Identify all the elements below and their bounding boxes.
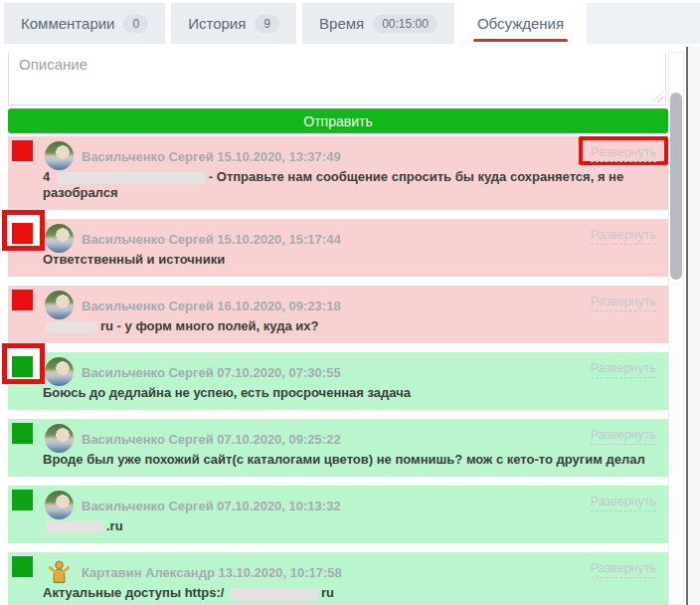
tab-history[interactable]: История 9 [171, 3, 296, 44]
message-line: ru - у форм много полей, куда их? [43, 318, 654, 334]
avatar [45, 224, 74, 253]
tab-discussions[interactable]: Обсуждения [460, 3, 581, 44]
comment-datetime: 15.10.2020, 13:37:49 [217, 149, 340, 164]
status-square [12, 356, 33, 377]
comment-author: Картавин Александр [82, 565, 218, 580]
comment-author: Васильченко Сергей [82, 432, 217, 447]
tab-comments-count-badge: 0 [123, 15, 148, 33]
comment-datetime: 07.10.2020, 07:30:55 [217, 365, 340, 380]
tab-bar: Комментарии 0 История 9 Время 00:15:00 О… [0, 0, 700, 47]
comment-datetime: 07.10.2020, 09:25:22 [217, 432, 340, 447]
tab-time-label: Время [319, 15, 364, 32]
scrollbar-track[interactable] [668, 52, 684, 605]
comment-message: Ответственный и источники [43, 252, 654, 268]
expand-link[interactable]: Развернуть [591, 428, 656, 445]
status-square [12, 556, 33, 577]
expand-link[interactable]: Развернуть [591, 495, 656, 511]
avatar [45, 357, 74, 386]
avatar [45, 141, 74, 170]
message-text: Актуальные доступы https:/ [43, 585, 228, 600]
comment-author: Васильченко Сергей [82, 365, 217, 380]
redacted-text [231, 588, 318, 600]
comment-list: Васильченко Сергей 15.10.2020, 13:37:49 … [8, 136, 668, 605]
tab-discussions-label: Обсуждения [477, 15, 564, 32]
avatar [45, 491, 74, 519]
message-text: Вроде был уже похожий сайт(с каталогами … [43, 452, 645, 467]
comment-datetime: 13.10.2020, 10:17:58 [218, 565, 341, 580]
message-text: .ru [106, 518, 123, 533]
avatar [45, 557, 74, 586]
comment-author: Васильченко Сергей [82, 299, 217, 313]
tab-time-value-badge: 00:15:00 [373, 15, 438, 33]
message-line: Ответственный и источники [43, 252, 654, 268]
avatar [45, 291, 74, 319]
comment-author: Васильченко Сергей [82, 232, 217, 247]
tab-history-label: История [188, 15, 246, 32]
redacted-text [46, 321, 97, 333]
message-text: Боюсь до дедлайна не успею, есть просроч… [43, 385, 411, 400]
comment-row: Васильченко Сергей 16.10.2020, 09:23:18 … [8, 286, 668, 343]
message-input-placeholder: Описание [19, 56, 88, 73]
status-square [12, 223, 33, 244]
comment-message: Боюсь до дедлайна не успею, есть просроч… [43, 385, 654, 401]
tab-comments-label: Комментарии [21, 15, 114, 32]
comment-message: ru - у форм много полей, куда их? [43, 318, 654, 334]
comment-datetime: 16.10.2020, 09:23:18 [217, 299, 340, 313]
expand-link[interactable]: Развернуть [591, 228, 656, 245]
message-input[interactable]: Описание [8, 53, 666, 105]
message-text: 4 [43, 169, 54, 184]
comment-datetime: 15.10.2020, 15:17:44 [217, 232, 340, 247]
expand-link[interactable]: Развернуть [591, 145, 656, 162]
expand-link[interactable]: Развернуть [591, 361, 656, 378]
active-tab-underline [473, 39, 568, 42]
message-line: .ru [43, 518, 654, 534]
status-square [12, 490, 33, 510]
expand-link[interactable]: Развернуть [591, 561, 656, 578]
message-text: ru [321, 585, 334, 600]
tab-history-count-badge: 9 [255, 15, 279, 33]
expand-link[interactable]: Развернуть [591, 295, 656, 311]
comment-author: Васильченко Сергей [82, 499, 217, 513]
status-square [12, 140, 33, 161]
status-square [12, 423, 33, 444]
message-line: 4 - Отправьте нам сообщение спросить бы … [43, 169, 654, 201]
tab-bar-filler [587, 3, 700, 44]
comment-message: Актуальные доступы https:/ ru ag 20 [43, 585, 654, 605]
tab-time[interactable]: Время 00:15:00 [302, 3, 454, 44]
comment-row: Васильченко Сергей 07.10.2020, 09:25:22 … [8, 419, 668, 477]
send-button[interactable]: Отправить [8, 108, 668, 133]
comment-row: Васильченко Сергей 15.10.2020, 13:37:49 … [8, 136, 668, 210]
comment-datetime: 07.10.2020, 10:13:32 [217, 499, 340, 513]
comment-row: Картавин Александр 13.10.2020, 10:17:58 … [8, 552, 668, 605]
avatar [45, 424, 74, 453]
redacted-text [57, 172, 206, 184]
comment-message: Вроде был уже похожий сайт(с каталогами … [43, 452, 654, 468]
scrollbar-thumb[interactable] [670, 93, 682, 280]
gold-figure-icon [45, 557, 74, 586]
message-text: ru - у форм много полей, куда их? [100, 318, 318, 333]
message-line: Вроде был уже похожий сайт(с каталогами … [43, 452, 654, 468]
redacted-text [46, 521, 103, 533]
comment-message: .ru [43, 518, 654, 534]
discussion-panel: Описание Отправить Васильченко Сергей 15… [0, 47, 688, 605]
message-line: Боюсь до дедлайна не успею, есть просроч… [43, 385, 654, 401]
right-gutter [690, 47, 700, 605]
tab-comments[interactable]: Комментарии 0 [4, 3, 165, 44]
comment-row: Васильченко Сергей 15.10.2020, 15:17:44 … [8, 219, 668, 277]
status-square [12, 290, 33, 310]
comment-row: Васильченко Сергей 07.10.2020, 07:30:55 … [8, 352, 668, 410]
resize-handle-icon[interactable] [652, 92, 663, 102]
message-line: Актуальные доступы https:/ ru [43, 585, 654, 601]
comment-message: 4 - Отправьте нам сообщение спросить бы … [43, 169, 654, 201]
comment-author: Васильченко Сергей [82, 149, 217, 164]
comment-row: Васильченко Сергей 07.10.2020, 10:13:32 … [8, 486, 668, 543]
message-text: Ответственный и источники [43, 252, 225, 267]
